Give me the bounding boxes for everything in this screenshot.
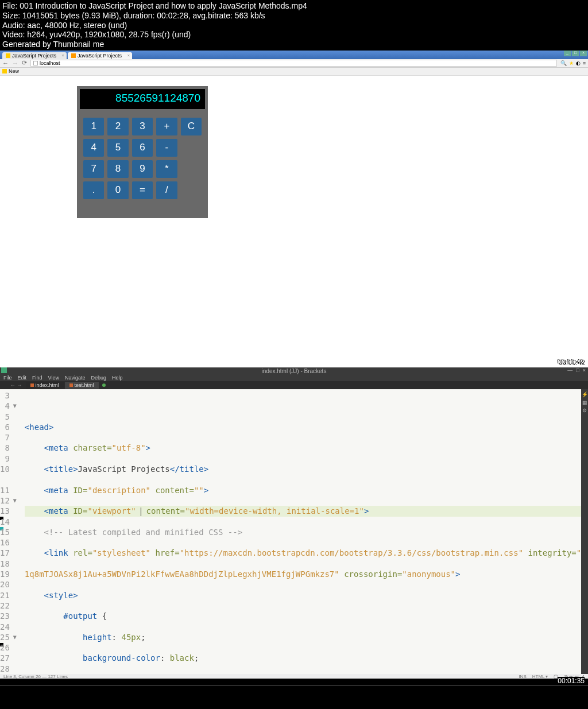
favicon-icon xyxy=(71,53,76,58)
calculator-widget: 85526591124870 1 2 3 + C 4 5 6 - 7 8 9 *… xyxy=(77,86,208,218)
calc-button-dot[interactable]: . xyxy=(83,181,104,199)
calculator-keypad: 1 2 3 + C 4 5 6 - 7 8 9 * . 0 = / xyxy=(80,118,205,199)
meta-generated: Generated by Thumbnail me xyxy=(2,40,586,49)
menu-icon[interactable]: ≡ xyxy=(583,60,586,66)
calc-button-plus[interactable]: + xyxy=(156,118,177,135)
close-icon[interactable]: × xyxy=(127,53,130,58)
bookmark-bar: New xyxy=(0,68,588,76)
meta-size: Size: 10415051 bytes (9.93 MiB), duratio… xyxy=(2,11,586,21)
bookmark-item[interactable]: New xyxy=(2,68,19,74)
close-icon[interactable]: × xyxy=(61,53,64,58)
editor-menubar: File Edit Find View Navigate Debug Help xyxy=(0,374,588,381)
minimize-icon[interactable]: _ xyxy=(564,51,571,56)
file-icon xyxy=(30,383,34,387)
calc-button-clear[interactable]: C xyxy=(181,118,202,135)
menu-find[interactable]: Find xyxy=(32,375,42,381)
browser-tab[interactable]: JavaScript Projects × xyxy=(68,52,132,59)
maximize-icon[interactable]: □ xyxy=(576,367,579,373)
star-icon[interactable]: ★ xyxy=(569,60,574,66)
menu-debug[interactable]: Debug xyxy=(91,375,106,381)
editor-sidebar-right: ⚡ ▦ ⚙ xyxy=(581,389,588,679)
file-tab-index[interactable]: index.html xyxy=(26,382,64,389)
nav-arrows-icon[interactable]: ← → xyxy=(8,382,25,388)
menu-view[interactable]: View xyxy=(48,375,59,381)
browser-tab[interactable]: JavaScript Projects × xyxy=(2,52,67,59)
line-number-gutter: 34▼56789101112▼1314151617181920212223242… xyxy=(0,389,14,679)
meta-audio: Audio: aac, 48000 Hz, stereo (und) xyxy=(2,21,586,30)
calc-button-multiply[interactable]: * xyxy=(156,160,177,178)
browser-window: JavaScript Projects × JavaScript Project… xyxy=(0,51,588,367)
calc-button-1[interactable]: 1 xyxy=(83,118,104,135)
minimize-icon[interactable]: — xyxy=(567,367,572,373)
calc-button-4[interactable]: 4 xyxy=(83,139,104,157)
zoom-icon[interactable]: 🔍 xyxy=(560,60,567,66)
bookmark-label: New xyxy=(9,68,19,74)
extension-icon[interactable]: ▦ xyxy=(581,400,588,405)
menu-help[interactable]: Help xyxy=(112,375,123,381)
calc-button-8[interactable]: 8 xyxy=(107,160,128,178)
add-file-icon[interactable] xyxy=(102,383,106,387)
maximize-icon[interactable]: □ xyxy=(572,51,579,56)
file-tab-label: index.html xyxy=(36,382,59,388)
back-icon[interactable]: ← xyxy=(2,60,9,67)
editor-titlebar: index.html (JJ) - Brackets — □ × xyxy=(0,367,588,374)
tab-label: JavaScript Projects xyxy=(12,53,56,59)
folder-icon xyxy=(2,69,7,73)
calculator-display: 85526591124870 xyxy=(80,89,205,109)
thumbnail-timestamp: 00:01:35 xyxy=(558,677,585,685)
file-tab-test[interactable]: test.html xyxy=(65,382,99,389)
brackets-icon xyxy=(1,367,7,373)
calc-button-divide[interactable]: / xyxy=(156,181,177,199)
page-icon xyxy=(33,61,38,65)
calc-button-2[interactable]: 2 xyxy=(107,118,128,135)
browser-viewport: 85526591124870 1 2 3 + C 4 5 6 - 7 8 9 *… xyxy=(0,76,588,367)
menu-navigate[interactable]: Navigate xyxy=(65,375,86,381)
calc-button-0[interactable]: 0 xyxy=(107,181,128,199)
tab-label: JavaScript Projects xyxy=(78,53,122,59)
calc-button-5[interactable]: 5 xyxy=(107,139,128,157)
code-content[interactable]: <head> <meta charset="utf-8"> <title>Jav… xyxy=(14,389,581,679)
close-icon[interactable]: × xyxy=(580,51,587,56)
menu-file[interactable]: File xyxy=(3,375,12,381)
extension-icon[interactable]: ◐ xyxy=(576,60,581,66)
menu-edit[interactable]: Edit xyxy=(18,375,27,381)
file-icon xyxy=(69,383,73,387)
settings-icon[interactable]: ⚙ xyxy=(581,408,588,413)
url-text: localhost xyxy=(40,60,60,66)
close-icon[interactable]: × xyxy=(583,367,586,373)
editor-window: index.html (JJ) - Brackets — □ × File Ed… xyxy=(0,367,588,686)
editor-file-tabs: ← → index.html test.html xyxy=(0,381,588,389)
calc-button-minus[interactable]: - xyxy=(156,139,177,157)
address-bar: ← → ⟳ localhost 🔍 ★ ◐ ≡ xyxy=(0,59,588,68)
reload-icon[interactable]: ⟳ xyxy=(22,59,27,67)
forward-icon[interactable]: → xyxy=(12,60,18,67)
file-tab-label: test.html xyxy=(75,382,94,388)
editor-title: index.html (JJ) - Brackets xyxy=(262,368,327,374)
thumbnail-timestamp: 00:00:42 xyxy=(558,358,585,366)
calc-button-6[interactable]: 6 xyxy=(132,139,153,157)
calc-button-3[interactable]: 3 xyxy=(132,118,153,135)
favicon-icon xyxy=(6,53,10,58)
meta-video: Video: h264, yuv420p, 1920x1080, 28.75 f… xyxy=(2,30,586,40)
calc-button-equals[interactable]: = xyxy=(132,181,153,199)
calc-button-9[interactable]: 9 xyxy=(132,160,153,178)
url-input[interactable]: localhost xyxy=(30,60,557,67)
video-metadata: File: 001 Introduction to JavaScript Pro… xyxy=(0,0,588,51)
code-editor[interactable]: 34▼56789101112▼1314151617181920212223242… xyxy=(0,389,581,679)
meta-file: File: 001 Introduction to JavaScript Pro… xyxy=(2,1,586,11)
live-preview-icon[interactable]: ⚡ xyxy=(581,392,588,397)
browser-tab-strip: JavaScript Projects × JavaScript Project… xyxy=(0,51,588,59)
window-controls: _ □ × xyxy=(564,51,587,56)
calc-button-7[interactable]: 7 xyxy=(83,160,104,178)
toolbar-right: 🔍 ★ ◐ ≡ xyxy=(560,60,586,66)
